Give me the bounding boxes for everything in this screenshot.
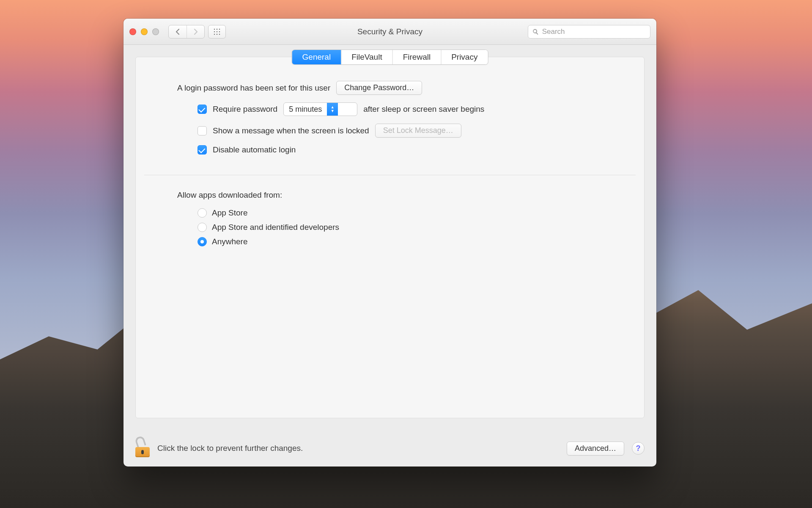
radio-app-store-label: App Store	[212, 208, 248, 218]
tab-filevault[interactable]: FileVault	[341, 50, 392, 64]
tab-firewall[interactable]: Firewall	[392, 50, 441, 64]
gatekeeper-section: Allow apps downloaded from: App Store Ap…	[136, 175, 644, 246]
forward-button[interactable]	[187, 25, 204, 38]
preferences-window: Security & Privacy General FileVault Fir…	[123, 19, 656, 467]
grid-icon	[213, 28, 221, 36]
nav-buttons	[168, 25, 226, 39]
radio-anywhere[interactable]	[198, 237, 207, 246]
help-button[interactable]: ?	[632, 442, 645, 455]
chevron-left-icon	[175, 29, 180, 35]
radio-anywhere-label: Anywhere	[212, 237, 248, 246]
chevron-right-icon	[193, 29, 198, 35]
window-controls	[129, 28, 159, 35]
lock-open-icon	[134, 435, 146, 448]
require-password-delay-select[interactable]: 5 minutes ▲▼	[283, 102, 357, 116]
search-field[interactable]	[528, 25, 650, 39]
advanced-button[interactable]: Advanced…	[567, 442, 624, 456]
show-all-button[interactable]	[208, 25, 226, 39]
lock-hint-text: Click the lock to prevent further change…	[157, 444, 303, 453]
minimize-window-button[interactable]	[141, 28, 148, 35]
disable-auto-login-checkbox[interactable]	[198, 145, 207, 155]
back-button[interactable]	[169, 25, 187, 38]
search-icon	[532, 28, 539, 35]
disable-auto-login-label: Disable automatic login	[213, 145, 296, 155]
after-sleep-text: after sleep or screen saver begins	[363, 105, 484, 114]
radio-identified-developers-label: App Store and identified developers	[212, 223, 339, 232]
login-section: A login password has been set for this u…	[136, 57, 644, 155]
tab-bar: General FileVault Firewall Privacy	[292, 50, 488, 65]
stepper-arrows-icon: ▲▼	[327, 103, 338, 116]
radio-identified-developers[interactable]	[198, 223, 207, 232]
login-password-set-text: A login password has been set for this u…	[177, 83, 330, 93]
footer: Click the lock to prevent further change…	[123, 430, 656, 467]
set-lock-message-button[interactable]: Set Lock Message…	[375, 124, 461, 138]
lock-button[interactable]	[135, 439, 150, 457]
show-message-checkbox[interactable]	[198, 126, 207, 135]
require-password-checkbox[interactable]	[198, 105, 207, 114]
zoom-window-button[interactable]	[152, 28, 159, 35]
show-message-label: Show a message when the screen is locked	[213, 126, 369, 135]
require-password-delay-value: 5 minutes	[284, 103, 327, 116]
gatekeeper-heading: Allow apps downloaded from:	[177, 190, 644, 200]
close-window-button[interactable]	[129, 28, 136, 35]
radio-app-store[interactable]	[198, 208, 207, 218]
panel: General FileVault Firewall Privacy A log…	[135, 57, 645, 418]
content-area: General FileVault Firewall Privacy A log…	[123, 45, 656, 430]
tab-general[interactable]: General	[292, 50, 341, 64]
titlebar: Security & Privacy	[123, 19, 656, 45]
tab-privacy[interactable]: Privacy	[441, 50, 488, 64]
search-input[interactable]	[542, 28, 646, 36]
require-password-label: Require password	[213, 105, 277, 114]
change-password-button[interactable]: Change Password…	[336, 81, 422, 95]
